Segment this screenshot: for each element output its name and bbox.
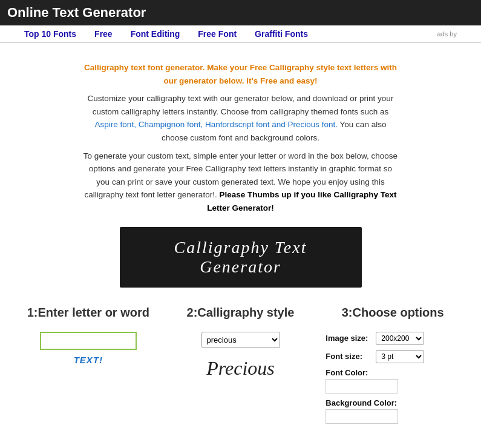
font-size-row: Font size: 1 pt 2 pt 3 pt 4 pt 5 pt (326, 350, 460, 363)
page-header: Online Text Generator (0, 0, 481, 25)
description-block: Calligraphy text font generator. Make yo… (83, 61, 398, 215)
options-area: Image size: 200x200 400x400 600x600 Font… (326, 332, 460, 424)
nav-free-font[interactable]: Free Font (198, 29, 237, 39)
image-size-label: Image size: (326, 334, 371, 343)
bg-color-input[interactable] (326, 409, 398, 424)
font-size-label: Font size: (326, 352, 371, 361)
image-size-row: Image size: 200x200 400x400 600x600 (326, 332, 460, 345)
banner-area: Calligraphy Text Generator (120, 227, 362, 288)
nav-free[interactable]: Free (94, 29, 113, 39)
navbar: Top 10 Fonts Free Font Editing Free Font… (0, 25, 481, 43)
nav-font-editing[interactable]: Font Editing (131, 29, 180, 39)
text-input[interactable] (40, 332, 137, 350)
banner-text: Calligraphy Text Generator (132, 238, 350, 277)
bg-color-row: Background Color: (326, 398, 460, 424)
text-preview: TEXT! (74, 355, 103, 365)
col1-input-area: TEXT! (21, 332, 155, 365)
font-size-select[interactable]: 1 pt 2 pt 3 pt 4 pt 5 pt (376, 350, 424, 363)
desc-line3-bold: Please Thumbs up if you like Calligraphy… (207, 190, 396, 212)
ads-label: ads by (437, 30, 457, 38)
nav-graffiti[interactable]: Graffiti Fonts (255, 29, 308, 39)
desc-line1: Calligraphy text font generator. Make yo… (84, 63, 397, 85)
page-title: Online Text Generator (7, 5, 146, 20)
col1-header: 1:Enter letter or word (21, 306, 155, 320)
generator-columns: 1:Enter letter or word TEXT! 2:Calligrap… (12, 300, 469, 435)
font-color-row: Font Color: (326, 368, 460, 394)
col2-header: 2:Calligraphy style (174, 306, 308, 320)
font-color-input[interactable] (326, 379, 398, 394)
image-size-select[interactable]: 200x200 400x400 600x600 (376, 332, 424, 345)
col3-header: 3:Choose options (326, 306, 460, 320)
main-content: Calligraphy text font generator. Make yo… (0, 43, 481, 441)
col-options: 3:Choose options Image size: 200x200 400… (316, 300, 469, 435)
font-preview: Precious (206, 357, 275, 380)
nav-top10[interactable]: Top 10 Fonts (24, 29, 76, 39)
col2-select-area: precious aspire champignon hanfordscript… (174, 332, 308, 380)
bg-color-label: Background Color: (326, 398, 460, 407)
col-style: 2:Calligraphy style precious aspire cham… (165, 300, 317, 435)
font-color-label: Font Color: (326, 368, 460, 377)
desc-line2-start: Customize your calligraphy text with our… (88, 94, 394, 116)
style-select[interactable]: precious aspire champignon hanfordscript (201, 332, 280, 348)
col-enter-text: 1:Enter letter or word TEXT! (12, 300, 165, 435)
desc-line2-links: Aspire font, Champignon font, Hanfordscr… (95, 120, 338, 129)
